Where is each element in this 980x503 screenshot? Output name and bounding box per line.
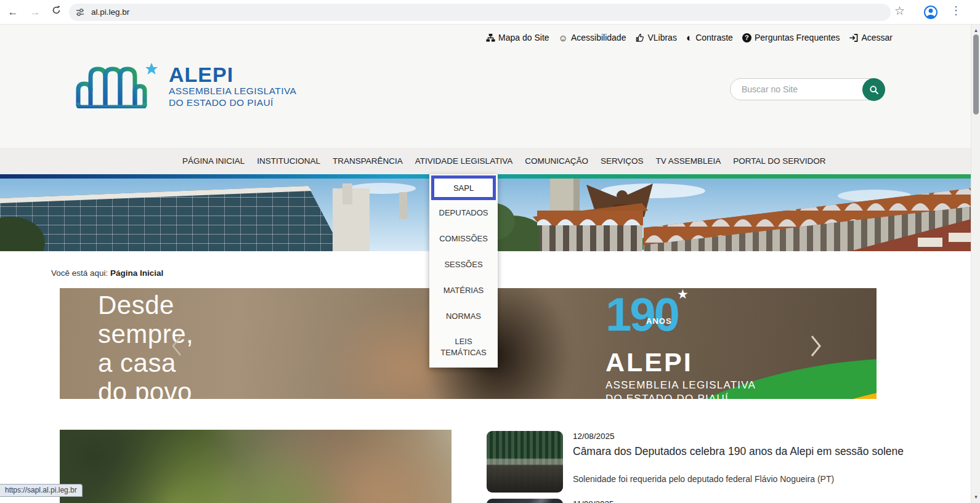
reload-icon bbox=[51, 5, 62, 15]
nav-item-comunicacao[interactable]: COMUNICAÇÃO bbox=[525, 156, 588, 166]
anniversary-line2: DO ESTADO DO PIAUÍ bbox=[605, 392, 756, 399]
scrollbar-up-arrow[interactable]: ▲ bbox=[971, 28, 980, 33]
anniversary-190-wrap: 190 ANOS ★ bbox=[605, 289, 710, 341]
chevron-left-icon bbox=[171, 335, 183, 357]
news-thumbnail[interactable] bbox=[487, 431, 563, 493]
news-item: 11/08/2025 bbox=[487, 497, 918, 503]
featured-news-photo[interactable] bbox=[60, 430, 452, 503]
scrollbar-down-arrow[interactable]: ▼ bbox=[971, 494, 980, 500]
utility-item-vlibras[interactable]: VLibras bbox=[635, 33, 676, 42]
chevron-right-icon bbox=[809, 334, 822, 358]
news-item: 12/08/2025 Câmara dos Deputados celebra … bbox=[487, 430, 918, 497]
breadcrumb: Você está aqui: Página Inicial bbox=[51, 268, 163, 278]
dropdown-item-label: COMISSÕES bbox=[439, 233, 488, 244]
dropdown-item-sapl[interactable]: SAPL bbox=[431, 175, 496, 200]
main-nav: PÁGINA INICIAL INSTITUCIONAL TRANSPARÊNC… bbox=[0, 148, 980, 174]
atividade-legislativa-dropdown: SAPL DEPUTADOS COMISSÕES SESSÕES MATÉRIA… bbox=[429, 174, 498, 368]
utility-item-mapa-do-site[interactable]: Mapa do Site bbox=[486, 33, 549, 42]
hand-icon bbox=[635, 33, 644, 42]
dropdown-item-label: SESSÕES bbox=[444, 259, 482, 270]
anniversary-brand: ALEPI bbox=[605, 348, 756, 376]
alepi-arches-icon bbox=[71, 59, 160, 108]
question-icon: ? bbox=[742, 33, 751, 42]
carousel-next-button[interactable] bbox=[809, 334, 822, 361]
dropdown-item-label: SAPL bbox=[453, 183, 474, 193]
search-button[interactable] bbox=[862, 78, 885, 101]
utility-item-acessar[interactable]: Acessar bbox=[849, 33, 893, 42]
utility-item-label: Perguntas Frequentes bbox=[755, 33, 840, 42]
nav-item-transparencia[interactable]: TRANSPARÊNCIA bbox=[333, 156, 403, 166]
utility-item-label: Acessar bbox=[861, 33, 893, 42]
anniversary-sub: ASSEMBLEIA LEGISLATIVA DO ESTADO DO PIAU… bbox=[605, 379, 756, 399]
anniversary-anos: ANOS bbox=[646, 316, 672, 326]
anniversary-logo: 190 ANOS ★ ALEPI ASSEMBLEIA LEGISLATIVA … bbox=[605, 289, 756, 399]
dropdown-item-normas[interactable]: NORMAS bbox=[429, 304, 498, 329]
reload-button[interactable] bbox=[48, 4, 64, 20]
forward-button[interactable]: → bbox=[27, 4, 43, 20]
news-date: 11/08/2025 bbox=[573, 497, 918, 503]
nav-item-atividade-legislativa[interactable]: ATIVIDADE LEGISLATIVA bbox=[415, 156, 512, 166]
logo-subtitle-1: ASSEMBLEIA LEGISLATIVA bbox=[169, 85, 296, 97]
anniversary-line1: ASSEMBLEIA LEGISLATIVA bbox=[605, 379, 756, 392]
search-input[interactable] bbox=[731, 79, 885, 100]
contrast-icon: ◐ bbox=[686, 33, 692, 42]
nav-item-portal-do-servidor[interactable]: PORTAL DO SERVIDOR bbox=[733, 156, 825, 166]
logo-title: ALEPI bbox=[169, 64, 296, 85]
star-icon: ★ bbox=[677, 288, 689, 302]
star-icon: ☆ bbox=[894, 4, 905, 17]
bookmark-star-button[interactable]: ☆ bbox=[894, 4, 905, 18]
alepi-logo-text: ALEPI ASSEMBLEIA LEGISLATIVA DO ESTADO D… bbox=[169, 59, 296, 108]
utility-item-label: Acessibilidade bbox=[571, 33, 626, 42]
news-date: 12/08/2025 bbox=[573, 430, 918, 441]
accessibility-icon: ☺ bbox=[559, 33, 568, 42]
site-settings-icon[interactable] bbox=[76, 8, 84, 17]
nav-item-pagina-inicial[interactable]: PÁGINA INICIAL bbox=[182, 156, 245, 166]
carousel-prev-button[interactable] bbox=[171, 335, 183, 360]
sitemap-icon bbox=[486, 33, 495, 42]
dropdown-item-deputados[interactable]: DEPUTADOS bbox=[429, 200, 498, 226]
utility-item-label: VLibras bbox=[647, 33, 676, 42]
scrollbar-track[interactable]: ▲ ▼ bbox=[971, 25, 980, 503]
dropdown-item-leis-tematicas[interactable]: LEIS TEMÁTICAS bbox=[429, 329, 498, 365]
news-thumbnail[interactable] bbox=[487, 499, 563, 503]
back-arrow-icon: ← bbox=[8, 6, 18, 18]
utility-item-contraste[interactable]: ◐ Contraste bbox=[686, 33, 733, 42]
featured-news-photo-blur bbox=[60, 430, 452, 503]
dropdown-item-materias[interactable]: MATÉRIAS bbox=[429, 278, 498, 304]
page-viewport: Mapa do Site ☺ Acessibilidade VLibras ◐ … bbox=[0, 25, 980, 503]
forward-arrow-icon: → bbox=[30, 6, 41, 18]
alepi-logo[interactable]: ALEPI ASSEMBLEIA LEGISLATIVA DO ESTADO D… bbox=[71, 59, 296, 108]
status-link-tooltip: https://sapl.al.pi.leg.br bbox=[0, 484, 83, 497]
browser-chrome: ← → al.pi.leg.br ☆ ⋮ bbox=[0, 0, 980, 25]
browser-menu-button[interactable]: ⋮ bbox=[950, 4, 962, 17]
slogan-line: do povo bbox=[98, 377, 193, 399]
back-button[interactable]: ← bbox=[5, 4, 21, 20]
url-bar[interactable]: al.pi.leg.br bbox=[69, 4, 891, 21]
scrollbar-thumb[interactable] bbox=[973, 34, 979, 115]
anniversary-number: 190 bbox=[605, 288, 678, 340]
utility-item-acessibilidade[interactable]: ☺ Acessibilidade bbox=[559, 33, 626, 42]
dropdown-item-label: MATÉRIAS bbox=[443, 285, 484, 296]
utility-item-perguntas-frequentes[interactable]: ? Perguntas Frequentes bbox=[742, 33, 840, 42]
nav-item-servicos[interactable]: SERVIÇOS bbox=[601, 156, 644, 166]
dropdown-item-label: LEIS TEMÁTICAS bbox=[436, 336, 492, 358]
news-list: 12/08/2025 Câmara dos Deputados celebra … bbox=[487, 430, 918, 503]
dropdown-item-label: DEPUTADOS bbox=[439, 207, 488, 219]
nav-item-tv-assembleia[interactable]: TV ASSEMBLEIA bbox=[655, 156, 721, 166]
dropdown-item-sessoes[interactable]: SESSÕES bbox=[429, 252, 498, 278]
logo-subtitle-2: DO ESTADO DO PIAUÍ bbox=[169, 97, 296, 108]
dropdown-item-label: NORMAS bbox=[446, 311, 481, 322]
news-title-link[interactable]: Câmara dos Deputados celebra 190 anos da… bbox=[573, 445, 918, 458]
login-icon bbox=[849, 33, 858, 42]
nav-item-institucional[interactable]: INSTITUCIONAL bbox=[257, 156, 320, 166]
news-subtitle: Solenidade foi requerida pelo deputado f… bbox=[573, 474, 918, 484]
breadcrumb-prefix: Você está aqui: bbox=[51, 268, 108, 278]
profile-button[interactable] bbox=[923, 5, 938, 22]
site-search bbox=[730, 78, 885, 100]
profile-icon bbox=[923, 5, 938, 20]
breadcrumb-current: Página Inicial bbox=[110, 268, 163, 278]
slogan-line: Desde bbox=[98, 291, 193, 320]
dropdown-item-comissoes[interactable]: COMISSÕES bbox=[429, 226, 498, 252]
utility-item-label: Mapa do Site bbox=[498, 33, 549, 42]
url-text: al.pi.leg.br bbox=[91, 4, 129, 21]
